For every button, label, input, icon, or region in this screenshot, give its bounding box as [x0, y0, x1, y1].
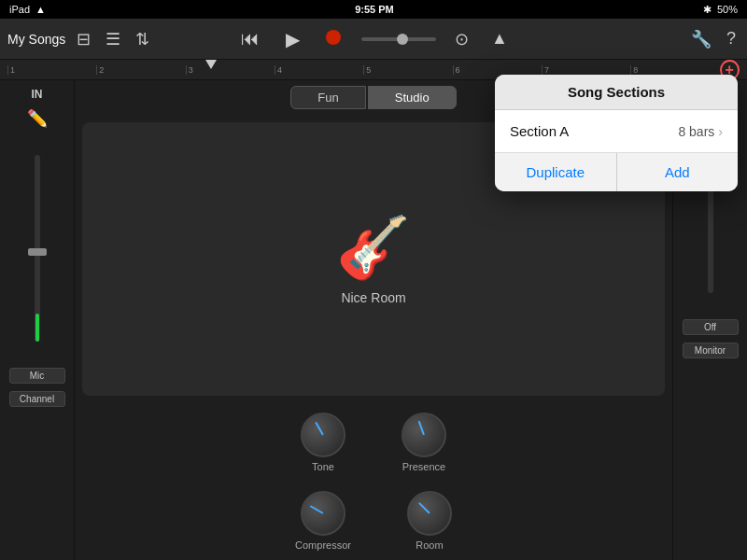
- rewind-button[interactable]: ⏮: [235, 26, 265, 51]
- in-label: IN: [32, 88, 43, 101]
- master-icon[interactable]: ▲: [487, 27, 512, 50]
- section-a-label: Section A: [510, 123, 678, 139]
- tone-knob-group: Tone: [301, 413, 345, 472]
- metronome-icon[interactable]: ⊙: [451, 27, 472, 51]
- knobs-row-1: Tone Presence: [75, 403, 672, 482]
- status-time: 9:55 PM: [355, 4, 394, 15]
- ruler-marks: 1 2 3 4 5 6 7 8: [7, 65, 720, 75]
- channel-button[interactable]: Channel: [9, 391, 65, 407]
- wrench-icon[interactable]: 🔧: [687, 27, 715, 51]
- guitar-image: 🎸: [336, 213, 411, 283]
- duplicate-button[interactable]: Duplicate: [495, 153, 617, 191]
- presence-knob-group: Presence: [402, 413, 446, 472]
- tab-studio[interactable]: Studio: [368, 86, 457, 109]
- mic-pencil-icon[interactable]: ✏️: [27, 108, 48, 129]
- ruler-mark-3: 3: [186, 65, 275, 75]
- song-sections-popup: Song Sections Section A 8 bars › Duplica…: [495, 75, 738, 191]
- popup-actions: Duplicate Add: [495, 153, 738, 191]
- ruler-mark-7: 7: [542, 65, 630, 75]
- tone-knob-indicator: [315, 422, 324, 436]
- popup-title: Song Sections: [495, 75, 738, 110]
- section-a-row[interactable]: Section A 8 bars ›: [495, 110, 738, 153]
- tempo-slider-thumb: [397, 34, 408, 45]
- section-a-bars: 8 bars: [678, 124, 714, 139]
- presence-label: Presence: [402, 461, 445, 472]
- left-fader-track[interactable]: [35, 155, 40, 342]
- toolbar-center: ⏮ ▶ ⊙ ▲: [161, 26, 586, 52]
- ruler-mark-6: 6: [453, 65, 542, 75]
- section-a-chevron: ›: [718, 124, 723, 139]
- my-songs-button[interactable]: My Songs: [7, 32, 65, 47]
- presence-knob[interactable]: [402, 413, 446, 457]
- off-button[interactable]: Off: [683, 319, 739, 335]
- toolbar-left: My Songs ⊟ ☰ ⇅: [7, 27, 157, 51]
- monitor-button[interactable]: Monitor: [683, 343, 739, 358]
- tempo-slider[interactable]: [361, 37, 436, 41]
- ruler-mark-5: 5: [363, 65, 452, 75]
- compressor-label: Compressor: [295, 539, 351, 551]
- mic-button[interactable]: Mic: [9, 368, 65, 384]
- tone-knob[interactable]: [301, 413, 345, 457]
- instrument-name-label: Nice Room: [341, 290, 405, 305]
- status-right: ✱ 50%: [703, 4, 738, 16]
- mixer-icon[interactable]: ⇅: [132, 27, 153, 51]
- record-button[interactable]: [320, 26, 346, 51]
- add-button[interactable]: Add: [617, 153, 739, 191]
- room-knob[interactable]: [407, 491, 452, 536]
- left-sidebar: IN ✏️ Mic Channel: [0, 80, 75, 560]
- record-dot: [326, 30, 341, 45]
- list-view-icon[interactable]: ☰: [102, 27, 124, 51]
- presence-knob-indicator: [418, 421, 425, 436]
- ruler-mark-8: 8: [630, 65, 719, 75]
- playhead: [205, 60, 217, 69]
- bluetooth-icon: ✱: [703, 4, 712, 16]
- left-fader-thumb: [28, 248, 47, 256]
- tab-fun[interactable]: Fun: [290, 86, 365, 109]
- room-knob-indicator: [418, 502, 430, 514]
- room-knob-group: Room: [407, 491, 452, 551]
- status-bar: iPad ▲ 9:55 PM ✱ 50%: [0, 0, 747, 19]
- left-fader-meter: [35, 314, 39, 342]
- compressor-knob-group: Compressor: [295, 491, 351, 551]
- ruler-mark-2: 2: [96, 65, 185, 75]
- wifi-icon: ▲: [35, 4, 46, 15]
- track-view-icon[interactable]: ⊟: [73, 27, 94, 51]
- compressor-knob[interactable]: [301, 491, 345, 536]
- tone-label: Tone: [312, 461, 334, 472]
- battery-label: 50%: [717, 4, 738, 15]
- help-icon[interactable]: ?: [723, 27, 740, 50]
- room-label: Room: [416, 539, 443, 551]
- toolbar-right: 🔧 ?: [590, 27, 740, 51]
- ipad-label: iPad: [9, 4, 30, 15]
- play-button[interactable]: ▶: [280, 26, 305, 52]
- ruler-mark-4: 4: [275, 65, 363, 75]
- compressor-knob-indicator: [310, 505, 324, 514]
- ruler-mark-1: 1: [7, 65, 96, 75]
- status-left: iPad ▲: [9, 4, 46, 15]
- knobs-row-2: Compressor Room: [75, 482, 672, 560]
- toolbar: My Songs ⊟ ☰ ⇅ ⏮ ▶ ⊙ ▲ 🔧 ?: [0, 19, 747, 60]
